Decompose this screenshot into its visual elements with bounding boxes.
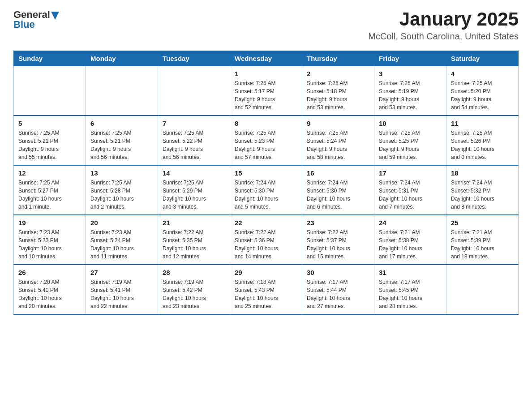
column-header-monday: Monday [86,51,158,66]
day-number: 7 [163,120,225,127]
day-number: 12 [18,169,81,177]
calendar-cell: 15Sunrise: 7:24 AMSunset: 5:30 PMDayligh… [230,165,302,215]
calendar-cell: 28Sunrise: 7:19 AMSunset: 5:42 PMDayligh… [158,265,230,314]
day-info: Sunrise: 7:25 AMSunset: 5:27 PMDaylight:… [18,179,81,211]
calendar-cell: 14Sunrise: 7:25 AMSunset: 5:29 PMDayligh… [158,165,230,215]
day-info: Sunrise: 7:25 AMSunset: 5:25 PMDaylight:… [379,129,442,161]
calendar-cell: 9Sunrise: 7:25 AMSunset: 5:24 PMDaylight… [302,116,374,165]
page-subtitle: McColl, South Carolina, United States [368,31,519,42]
calendar-cell [14,66,86,116]
calendar-cell [158,66,230,116]
day-number: 3 [379,70,442,77]
calendar-cell: 5Sunrise: 7:25 AMSunset: 5:21 PMDaylight… [14,116,86,165]
day-info: Sunrise: 7:18 AMSunset: 5:43 PMDaylight:… [235,278,297,310]
calendar-cell: 11Sunrise: 7:25 AMSunset: 5:26 PMDayligh… [446,116,519,165]
day-number: 14 [163,169,225,177]
day-info: Sunrise: 7:19 AMSunset: 5:42 PMDaylight:… [163,278,225,310]
calendar-cell: 19Sunrise: 7:23 AMSunset: 5:33 PMDayligh… [14,215,86,265]
day-info: Sunrise: 7:24 AMSunset: 5:30 PMDaylight:… [235,179,297,211]
logo-blue-text: Blue [13,19,59,30]
week-row-1: 1Sunrise: 7:25 AMSunset: 5:17 PMDaylight… [14,66,519,116]
day-number: 30 [307,269,369,276]
calendar-cell: 27Sunrise: 7:19 AMSunset: 5:41 PMDayligh… [86,265,158,314]
calendar-cell [86,66,158,116]
column-header-friday: Friday [374,51,446,66]
day-info: Sunrise: 7:22 AMSunset: 5:35 PMDaylight:… [163,228,225,261]
calendar-cell: 23Sunrise: 7:22 AMSunset: 5:37 PMDayligh… [302,215,374,265]
calendar-cell: 12Sunrise: 7:25 AMSunset: 5:27 PMDayligh… [14,165,86,215]
calendar-cell: 18Sunrise: 7:24 AMSunset: 5:32 PMDayligh… [446,165,519,215]
day-info: Sunrise: 7:25 AMSunset: 5:24 PMDaylight:… [307,129,369,161]
day-number: 11 [451,120,514,127]
day-number: 20 [90,219,153,227]
header-row: SundayMondayTuesdayWednesdayThursdayFrid… [14,51,519,66]
calendar-cell: 6Sunrise: 7:25 AMSunset: 5:21 PMDaylight… [86,116,158,165]
calendar-cell: 25Sunrise: 7:21 AMSunset: 5:39 PMDayligh… [446,215,519,265]
day-info: Sunrise: 7:25 AMSunset: 5:29 PMDaylight:… [163,179,225,211]
day-info: Sunrise: 7:23 AMSunset: 5:34 PMDaylight:… [90,228,153,261]
day-info: Sunrise: 7:25 AMSunset: 5:21 PMDaylight:… [18,129,81,161]
day-number: 8 [235,120,297,127]
title-section: January 2025 McColl, South Carolina, Uni… [368,9,519,42]
calendar-cell: 17Sunrise: 7:24 AMSunset: 5:31 PMDayligh… [374,165,446,215]
day-number: 1 [235,70,297,77]
calendar-cell: 2Sunrise: 7:25 AMSunset: 5:18 PMDaylight… [302,66,374,116]
calendar-cell: 24Sunrise: 7:21 AMSunset: 5:38 PMDayligh… [374,215,446,265]
day-number: 28 [163,269,225,276]
day-info: Sunrise: 7:25 AMSunset: 5:28 PMDaylight:… [90,179,153,211]
day-number: 15 [235,169,297,177]
calendar-cell: 29Sunrise: 7:18 AMSunset: 5:43 PMDayligh… [230,265,302,314]
day-info: Sunrise: 7:19 AMSunset: 5:41 PMDaylight:… [90,278,153,310]
week-row-4: 19Sunrise: 7:23 AMSunset: 5:33 PMDayligh… [14,215,519,265]
calendar-cell: 21Sunrise: 7:22 AMSunset: 5:35 PMDayligh… [158,215,230,265]
day-number: 9 [307,120,369,127]
column-header-tuesday: Tuesday [158,51,230,66]
day-number: 24 [379,219,442,227]
day-number: 23 [307,219,369,227]
week-row-3: 12Sunrise: 7:25 AMSunset: 5:27 PMDayligh… [14,165,519,215]
day-number: 19 [18,219,81,227]
day-number: 4 [451,70,514,77]
day-info: Sunrise: 7:25 AMSunset: 5:23 PMDaylight:… [235,129,297,161]
day-number: 27 [90,269,153,276]
day-info: Sunrise: 7:25 AMSunset: 5:20 PMDaylight:… [451,79,514,111]
week-row-5: 26Sunrise: 7:20 AMSunset: 5:40 PMDayligh… [14,265,519,314]
calendar-cell: 13Sunrise: 7:25 AMSunset: 5:28 PMDayligh… [86,165,158,215]
calendar-cell: 10Sunrise: 7:25 AMSunset: 5:25 PMDayligh… [374,116,446,165]
day-number: 22 [235,219,297,227]
day-number: 17 [379,169,442,177]
day-number: 25 [451,219,514,227]
column-header-thursday: Thursday [302,51,374,66]
calendar-cell: 31Sunrise: 7:17 AMSunset: 5:45 PMDayligh… [374,265,446,314]
day-number: 6 [90,120,153,127]
day-info: Sunrise: 7:24 AMSunset: 5:31 PMDaylight:… [379,179,442,211]
day-info: Sunrise: 7:20 AMSunset: 5:40 PMDaylight:… [18,278,81,310]
day-number: 21 [163,219,225,227]
calendar-cell: 8Sunrise: 7:25 AMSunset: 5:23 PMDaylight… [230,116,302,165]
calendar-cell: 16Sunrise: 7:24 AMSunset: 5:30 PMDayligh… [302,165,374,215]
week-row-2: 5Sunrise: 7:25 AMSunset: 5:21 PMDaylight… [14,116,519,165]
day-number: 10 [379,120,442,127]
calendar-cell: 20Sunrise: 7:23 AMSunset: 5:34 PMDayligh… [86,215,158,265]
day-info: Sunrise: 7:22 AMSunset: 5:37 PMDaylight:… [307,228,369,261]
day-number: 16 [307,169,369,177]
day-info: Sunrise: 7:25 AMSunset: 5:26 PMDaylight:… [451,129,514,161]
calendar-header: SundayMondayTuesdayWednesdayThursdayFrid… [14,51,519,66]
column-header-wednesday: Wednesday [230,51,302,66]
column-header-saturday: Saturday [446,51,519,66]
column-header-sunday: Sunday [14,51,86,66]
day-info: Sunrise: 7:25 AMSunset: 5:19 PMDaylight:… [379,79,442,111]
day-info: Sunrise: 7:22 AMSunset: 5:36 PMDaylight:… [235,228,297,261]
day-info: Sunrise: 7:23 AMSunset: 5:33 PMDaylight:… [18,228,81,261]
calendar-cell: 30Sunrise: 7:17 AMSunset: 5:44 PMDayligh… [302,265,374,314]
calendar-cell: 4Sunrise: 7:25 AMSunset: 5:20 PMDaylight… [446,66,519,116]
page-title: January 2025 [368,9,519,30]
calendar-table: SundayMondayTuesdayWednesdayThursdayFrid… [13,51,519,315]
calendar-cell: 7Sunrise: 7:25 AMSunset: 5:22 PMDaylight… [158,116,230,165]
day-info: Sunrise: 7:25 AMSunset: 5:17 PMDaylight:… [235,79,297,111]
calendar-body: 1Sunrise: 7:25 AMSunset: 5:17 PMDaylight… [14,66,519,315]
calendar-cell: 26Sunrise: 7:20 AMSunset: 5:40 PMDayligh… [14,265,86,314]
calendar-cell: 1Sunrise: 7:25 AMSunset: 5:17 PMDaylight… [230,66,302,116]
calendar-cell [446,265,519,314]
day-info: Sunrise: 7:25 AMSunset: 5:21 PMDaylight:… [90,129,153,161]
